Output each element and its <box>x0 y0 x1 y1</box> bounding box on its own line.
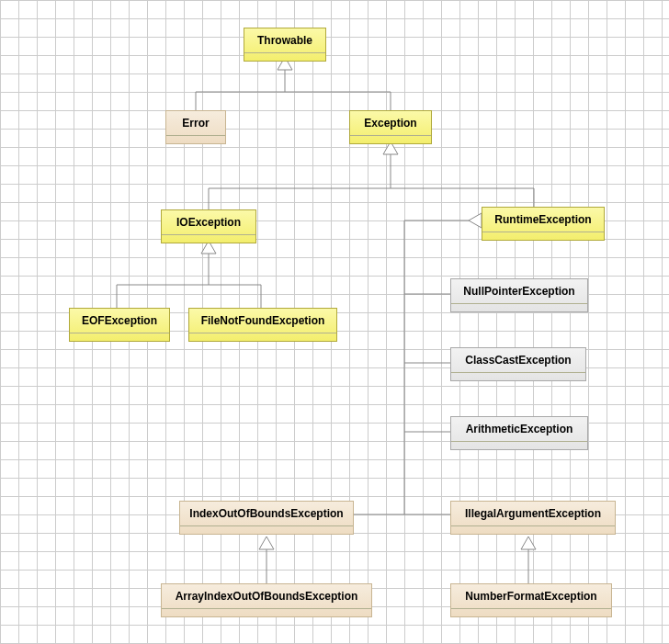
class-illegalargumentexception: IllegalArgumentException <box>450 501 616 535</box>
class-indexoutofboundsexception-name: IndexOutOfBoundsException <box>180 502 353 526</box>
class-exception-name: Exception <box>350 111 431 136</box>
class-runtimeexception-name: RuntimeException <box>482 208 604 232</box>
class-ioexception: IOException <box>161 209 256 243</box>
class-arithmeticexception: ArithmeticException <box>450 416 588 450</box>
class-error: Error <box>165 110 226 144</box>
class-exception: Exception <box>349 110 432 144</box>
class-filenotfoundexception-name: FileNotFoundExcpetion <box>189 309 336 333</box>
class-eofexception-name: EOFException <box>70 309 169 333</box>
class-nullpointerexception: NullPointerException <box>450 278 588 312</box>
class-classcastexception-name: ClassCastException <box>451 348 585 373</box>
class-runtimeexception: RuntimeException <box>482 207 605 241</box>
class-arrayindexoutofboundsexception-name: ArrayIndexOutOfBoundsException <box>162 584 371 609</box>
class-throwable: Throwable <box>244 28 326 62</box>
class-filenotfoundexception: FileNotFoundExcpetion <box>188 308 337 342</box>
class-arithmeticexception-name: ArithmeticException <box>451 417 587 442</box>
class-eofexception: EOFException <box>69 308 170 342</box>
uml-diagram: Throwable Error Exception IOException Ru… <box>0 0 669 644</box>
class-indexoutofboundsexception: IndexOutOfBoundsException <box>179 501 354 535</box>
class-classcastexception: ClassCastException <box>450 347 586 381</box>
class-error-name: Error <box>166 111 225 136</box>
class-throwable-name: Throwable <box>244 28 325 53</box>
class-numberformatexception: NumberFormatException <box>450 583 612 617</box>
class-arrayindexoutofboundsexception: ArrayIndexOutOfBoundsException <box>161 583 372 617</box>
class-illegalargumentexception-name: IllegalArgumentException <box>451 502 615 526</box>
class-nullpointerexception-name: NullPointerException <box>451 279 587 304</box>
class-numberformatexception-name: NumberFormatException <box>451 584 611 609</box>
class-ioexception-name: IOException <box>162 210 255 235</box>
